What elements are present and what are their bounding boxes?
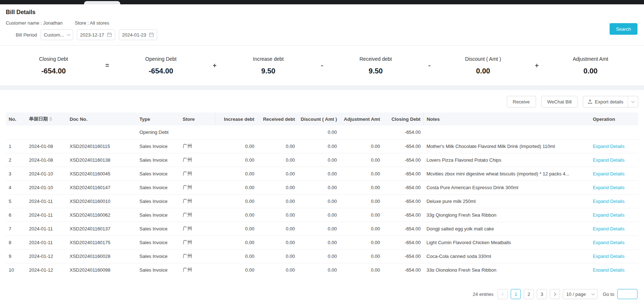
column-header-label: 单据日期 bbox=[29, 116, 52, 122]
cell-closing: -654.00 bbox=[383, 249, 423, 263]
expand-details-link[interactable]: Expand Details bbox=[593, 157, 624, 163]
browser-tab-strip bbox=[0, 0, 644, 4]
cell-store: 广州 bbox=[180, 263, 215, 272]
cell-received: 0.00 bbox=[257, 194, 298, 208]
cell-received: 0.00 bbox=[257, 235, 298, 249]
column-header-date[interactable]: 单据日期 bbox=[26, 112, 67, 126]
cell-date: 2024-01-10 bbox=[26, 180, 67, 194]
store-value: All stores bbox=[90, 20, 109, 26]
column-header-type: Type bbox=[137, 112, 180, 126]
table-row: 102024-01-12XSD202401160098Sales Invoice… bbox=[6, 263, 638, 272]
table-row: 12024-01-08XSD202401160115Sales Invoice广… bbox=[6, 139, 638, 153]
cell-adjustment: 0.00 bbox=[340, 139, 383, 153]
chevron-down-icon bbox=[67, 33, 71, 36]
summary-value: 0.00 bbox=[551, 67, 630, 75]
expand-details-link[interactable]: Expand Details bbox=[593, 171, 624, 177]
page-size-value: 10 / page bbox=[566, 292, 586, 297]
cell-adjustment: 0.00 bbox=[340, 180, 383, 194]
cell-discount: 0.00 bbox=[298, 180, 340, 194]
cell-closing: -654.00 bbox=[383, 180, 423, 194]
goto-page-input[interactable] bbox=[617, 289, 637, 299]
expand-details-link[interactable]: Expand Details bbox=[593, 240, 624, 245]
expand-details-link[interactable]: Expand Details bbox=[593, 212, 624, 218]
summary-equation: Closing Debt-654.00=Opening Debt-654.00+… bbox=[0, 46, 644, 85]
bill-period-select[interactable]: Custom... bbox=[41, 29, 73, 40]
export-details-button-group: Export details bbox=[583, 96, 638, 107]
table-row: 22024-01-08XSD202401160138Sales Invoice广… bbox=[6, 153, 638, 167]
cell-doc bbox=[67, 126, 137, 139]
cell-adjustment: 0.00 bbox=[340, 208, 383, 222]
cell-closing: -654.00 bbox=[383, 222, 423, 235]
summary-operator: = bbox=[93, 62, 122, 69]
summary-label: Discount ( Amt ) bbox=[444, 56, 522, 62]
page-header: Bill Details Customer name : Jonathan St… bbox=[0, 4, 644, 46]
table-row: 82024-01-11XSD202401160175Sales Invoice广… bbox=[6, 235, 638, 249]
cell-doc: XSD202401160045 bbox=[67, 167, 137, 180]
cell-store bbox=[180, 126, 215, 139]
column-header-label: Notes bbox=[427, 116, 440, 122]
export-details-button[interactable]: Export details bbox=[583, 96, 628, 107]
cell-no: 10 bbox=[6, 263, 26, 272]
expand-details-link[interactable]: Expand Details bbox=[593, 185, 624, 190]
cell-increase bbox=[215, 126, 257, 139]
expand-details-link[interactable]: Expand Details bbox=[593, 254, 624, 259]
expand-details-link[interactable]: Expand Details bbox=[593, 226, 624, 231]
column-header-discount: Discount ( Amt ) bbox=[298, 112, 340, 126]
cell-date: 2024-01-11 bbox=[26, 235, 67, 249]
page-button-1[interactable]: 1 bbox=[511, 289, 521, 299]
summary-label: Opening Debt bbox=[122, 56, 200, 62]
cell-date: 2024-01-08 bbox=[26, 153, 67, 167]
search-button[interactable]: Search bbox=[610, 23, 637, 35]
expand-details-link[interactable]: Expand Details bbox=[593, 267, 624, 272]
summary-item: Increase debt9.50 bbox=[229, 56, 308, 75]
store-label: Store : bbox=[75, 20, 89, 26]
summary-operator: + bbox=[200, 62, 229, 69]
prev-page-button[interactable] bbox=[498, 289, 508, 299]
expand-details-link[interactable]: Expand Details bbox=[593, 144, 624, 149]
cell-type: Sales Invoice bbox=[137, 263, 180, 272]
page-button-2[interactable]: 2 bbox=[524, 289, 534, 299]
cell-date bbox=[26, 126, 67, 139]
cell-adjustment: 0.00 bbox=[340, 167, 383, 180]
section-divider-band bbox=[0, 85, 644, 90]
sort-icon[interactable] bbox=[49, 117, 52, 121]
cell-discount: 0.00 bbox=[298, 153, 340, 167]
table-row: 72024-01-11XSD202401160137Sales Invoice广… bbox=[6, 222, 638, 235]
cell-notes: Mcvities zbox mini digestive wheat biscu… bbox=[423, 167, 590, 180]
cell-doc: XSD202401160098 bbox=[67, 263, 137, 272]
expand-details-link[interactable]: Expand Details bbox=[593, 199, 624, 204]
column-header-label: No. bbox=[9, 116, 16, 122]
column-header-increase: Increase debt bbox=[215, 112, 257, 126]
summary-label: Increase debt bbox=[229, 56, 308, 62]
column-header-label: Store bbox=[183, 116, 195, 122]
customer-name-pair: Customer name : Jonathan bbox=[6, 20, 63, 26]
cell-date: 2024-01-12 bbox=[26, 249, 67, 263]
column-header-label: Adjustment Amt bbox=[344, 116, 380, 122]
wechat-bill-button[interactable]: WeChat Bill bbox=[541, 96, 578, 107]
export-dropdown-toggle[interactable] bbox=[628, 96, 638, 107]
next-page-button[interactable] bbox=[550, 289, 560, 299]
cell-discount: 0.00 bbox=[298, 167, 340, 180]
summary-value: -654.00 bbox=[122, 67, 200, 75]
browser-tab[interactable] bbox=[84, 1, 120, 4]
cell-adjustment: 0.00 bbox=[340, 222, 383, 235]
summary-operator: - bbox=[308, 62, 337, 69]
cell-closing: -654.00 bbox=[383, 167, 423, 180]
cell-increase: 0.00 bbox=[215, 249, 257, 263]
receive-button[interactable]: Receive bbox=[507, 96, 536, 107]
caret-up-icon bbox=[49, 117, 52, 119]
cell-doc: XSD202401160137 bbox=[67, 222, 137, 235]
column-header-label: Type bbox=[139, 116, 150, 122]
cell-adjustment: 0.00 bbox=[340, 249, 383, 263]
cell-store: 广州 bbox=[180, 180, 215, 194]
cell-received: 0.00 bbox=[257, 153, 298, 167]
bill-period-select-value: Custom... bbox=[44, 32, 64, 38]
date-to-input[interactable]: 2024-01-23 bbox=[119, 29, 157, 40]
page-size-select[interactable]: 10 / page bbox=[563, 289, 598, 299]
cell-discount: 0.00 bbox=[298, 139, 340, 153]
cell-received bbox=[257, 126, 298, 139]
date-from-input[interactable]: 2023-12-17 bbox=[77, 29, 115, 40]
cell-discount: 0.00 bbox=[298, 194, 340, 208]
page-button-3[interactable]: 3 bbox=[537, 289, 547, 299]
cell-type: Sales Invoice bbox=[137, 235, 180, 249]
